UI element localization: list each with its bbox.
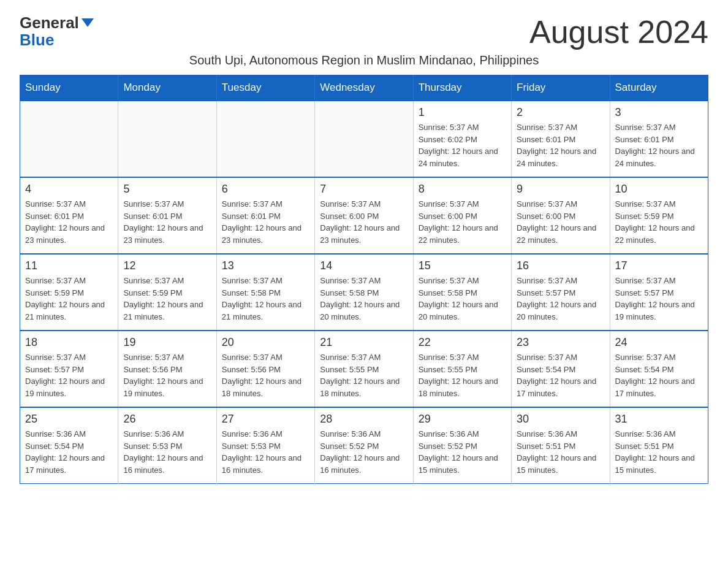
calendar-cell: 7Sunrise: 5:37 AMSunset: 6:00 PMDaylight… [315, 177, 413, 254]
day-info: Sunrise: 5:37 AMSunset: 6:01 PMDaylight:… [123, 198, 211, 246]
day-info: Sunrise: 5:37 AMSunset: 6:01 PMDaylight:… [222, 198, 309, 246]
day-info: Sunrise: 5:37 AMSunset: 5:54 PMDaylight:… [517, 351, 604, 399]
day-number: 24 [615, 336, 703, 349]
calendar-cell: 9Sunrise: 5:37 AMSunset: 6:00 PMDaylight… [512, 177, 610, 254]
day-of-week-header: Sunday [20, 75, 118, 101]
day-of-week-header: Monday [118, 75, 216, 101]
day-number: 22 [419, 336, 506, 349]
subtitle: South Upi, Autonomous Region in Muslim M… [20, 53, 708, 67]
calendar-cell: 1Sunrise: 5:37 AMSunset: 6:02 PMDaylight… [413, 101, 511, 177]
day-info: Sunrise: 5:37 AMSunset: 6:00 PMDaylight:… [320, 198, 408, 246]
day-number: 21 [320, 336, 408, 349]
day-info: Sunrise: 5:36 AMSunset: 5:53 PMDaylight:… [123, 428, 211, 476]
day-number: 5 [123, 183, 211, 196]
calendar-cell: 26Sunrise: 5:36 AMSunset: 5:53 PMDayligh… [118, 407, 216, 484]
calendar-cell: 29Sunrise: 5:36 AMSunset: 5:52 PMDayligh… [413, 407, 511, 484]
calendar-cell: 12Sunrise: 5:37 AMSunset: 5:59 PMDayligh… [118, 254, 216, 331]
calendar-cell: 24Sunrise: 5:37 AMSunset: 5:54 PMDayligh… [610, 331, 708, 407]
calendar-cell: 14Sunrise: 5:37 AMSunset: 5:58 PMDayligh… [315, 254, 413, 331]
calendar-cell [216, 101, 314, 177]
day-number: 8 [419, 183, 506, 196]
day-number: 10 [615, 183, 703, 196]
day-number: 25 [25, 413, 113, 426]
day-number: 14 [320, 259, 408, 272]
calendar-cell: 22Sunrise: 5:37 AMSunset: 5:55 PMDayligh… [413, 331, 511, 407]
calendar-cell: 8Sunrise: 5:37 AMSunset: 6:00 PMDaylight… [413, 177, 511, 254]
calendar-cell: 13Sunrise: 5:37 AMSunset: 5:58 PMDayligh… [216, 254, 314, 331]
day-of-week-header: Tuesday [216, 75, 314, 101]
calendar-cell: 17Sunrise: 5:37 AMSunset: 5:57 PMDayligh… [610, 254, 708, 331]
calendar-cell: 11Sunrise: 5:37 AMSunset: 5:59 PMDayligh… [20, 254, 118, 331]
day-info: Sunrise: 5:37 AMSunset: 6:01 PMDaylight:… [615, 121, 703, 169]
day-of-week-header: Thursday [413, 75, 511, 101]
calendar-cell: 28Sunrise: 5:36 AMSunset: 5:52 PMDayligh… [315, 407, 413, 484]
calendar-week-row: 18Sunrise: 5:37 AMSunset: 5:57 PMDayligh… [20, 331, 708, 407]
day-info: Sunrise: 5:37 AMSunset: 6:01 PMDaylight:… [25, 198, 113, 246]
day-number: 29 [419, 413, 506, 426]
calendar-cell: 5Sunrise: 5:37 AMSunset: 6:01 PMDaylight… [118, 177, 216, 254]
calendar-cell: 21Sunrise: 5:37 AMSunset: 5:55 PMDayligh… [315, 331, 413, 407]
logo-bottom: Blue [20, 32, 54, 48]
day-number: 28 [320, 413, 408, 426]
day-info: Sunrise: 5:37 AMSunset: 5:57 PMDaylight:… [25, 351, 113, 399]
day-number: 9 [517, 183, 604, 196]
day-info: Sunrise: 5:37 AMSunset: 6:00 PMDaylight:… [517, 198, 604, 246]
calendar-week-row: 11Sunrise: 5:37 AMSunset: 5:59 PMDayligh… [20, 254, 708, 331]
page-title: August 2024 [529, 15, 708, 50]
day-info: Sunrise: 5:37 AMSunset: 5:57 PMDaylight:… [517, 275, 604, 323]
day-info: Sunrise: 5:36 AMSunset: 5:53 PMDaylight:… [222, 428, 309, 476]
calendar-cell: 25Sunrise: 5:36 AMSunset: 5:54 PMDayligh… [20, 407, 118, 484]
day-of-week-header: Friday [512, 75, 610, 101]
day-info: Sunrise: 5:37 AMSunset: 5:59 PMDaylight:… [123, 275, 211, 323]
calendar-cell: 31Sunrise: 5:36 AMSunset: 5:51 PMDayligh… [610, 407, 708, 484]
day-number: 2 [517, 106, 604, 119]
day-of-week-header: Saturday [610, 75, 708, 101]
logo-top: General [20, 15, 94, 31]
header: General Blue August 2024 [20, 15, 708, 50]
day-info: Sunrise: 5:37 AMSunset: 6:01 PMDaylight:… [517, 121, 604, 169]
day-number: 6 [222, 183, 309, 196]
day-number: 15 [419, 259, 506, 272]
day-number: 13 [222, 259, 309, 272]
day-number: 20 [222, 336, 309, 349]
day-info: Sunrise: 5:37 AMSunset: 5:59 PMDaylight:… [25, 275, 113, 323]
day-number: 7 [320, 183, 408, 196]
calendar-cell: 15Sunrise: 5:37 AMSunset: 5:58 PMDayligh… [413, 254, 511, 331]
day-info: Sunrise: 5:37 AMSunset: 5:59 PMDaylight:… [615, 198, 703, 246]
day-info: Sunrise: 5:36 AMSunset: 5:51 PMDaylight:… [615, 428, 703, 476]
calendar-cell: 30Sunrise: 5:36 AMSunset: 5:51 PMDayligh… [512, 407, 610, 484]
calendar-cell: 20Sunrise: 5:37 AMSunset: 5:56 PMDayligh… [216, 331, 314, 407]
day-info: Sunrise: 5:37 AMSunset: 5:56 PMDaylight:… [123, 351, 211, 399]
day-info: Sunrise: 5:37 AMSunset: 5:58 PMDaylight:… [222, 275, 309, 323]
day-number: 3 [615, 106, 703, 119]
day-of-week-header: Wednesday [315, 75, 413, 101]
day-info: Sunrise: 5:37 AMSunset: 5:55 PMDaylight:… [419, 351, 506, 399]
day-number: 19 [123, 336, 211, 349]
day-number: 27 [222, 413, 309, 426]
calendar-cell [315, 101, 413, 177]
calendar-cell [20, 101, 118, 177]
calendar-week-row: 4Sunrise: 5:37 AMSunset: 6:01 PMDaylight… [20, 177, 708, 254]
day-info: Sunrise: 5:37 AMSunset: 5:57 PMDaylight:… [615, 275, 703, 323]
day-number: 12 [123, 259, 211, 272]
calendar-cell [118, 101, 216, 177]
day-info: Sunrise: 5:36 AMSunset: 5:52 PMDaylight:… [419, 428, 506, 476]
day-number: 31 [615, 413, 703, 426]
day-info: Sunrise: 5:37 AMSunset: 5:56 PMDaylight:… [222, 351, 309, 399]
day-number: 11 [25, 259, 113, 272]
day-number: 16 [517, 259, 604, 272]
calendar-header-row: SundayMondayTuesdayWednesdayThursdayFrid… [20, 75, 708, 101]
day-number: 26 [123, 413, 211, 426]
calendar-cell: 19Sunrise: 5:37 AMSunset: 5:56 PMDayligh… [118, 331, 216, 407]
day-info: Sunrise: 5:37 AMSunset: 5:54 PMDaylight:… [615, 351, 703, 399]
day-info: Sunrise: 5:36 AMSunset: 5:52 PMDaylight:… [320, 428, 408, 476]
day-info: Sunrise: 5:37 AMSunset: 5:55 PMDaylight:… [320, 351, 408, 399]
calendar: SundayMondayTuesdayWednesdayThursdayFrid… [20, 75, 708, 484]
logo: General Blue [20, 15, 94, 48]
day-number: 4 [25, 183, 113, 196]
day-info: Sunrise: 5:37 AMSunset: 5:58 PMDaylight:… [419, 275, 506, 323]
day-info: Sunrise: 5:37 AMSunset: 6:00 PMDaylight:… [419, 198, 506, 246]
calendar-cell: 6Sunrise: 5:37 AMSunset: 6:01 PMDaylight… [216, 177, 314, 254]
day-number: 17 [615, 259, 703, 272]
day-info: Sunrise: 5:37 AMSunset: 5:58 PMDaylight:… [320, 275, 408, 323]
